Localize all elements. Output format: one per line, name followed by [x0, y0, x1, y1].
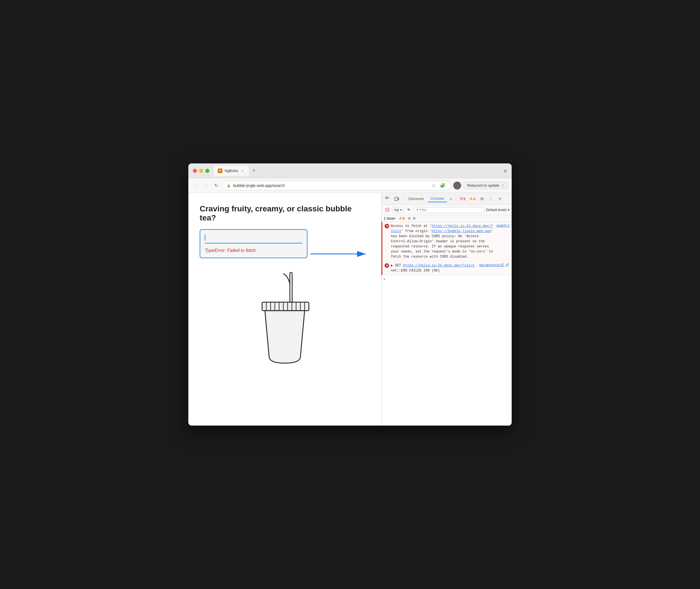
devtools-more-button[interactable]: ⋮	[487, 195, 495, 203]
error-icon-1: ✕	[385, 224, 389, 228]
network-link-icon[interactable]: 🔗	[505, 263, 509, 267]
refresh-button[interactable]: ↻	[212, 182, 220, 190]
browser-window: N NgBoba × + ∨ ← → ↻ 🔒 bubble-jingle.web…	[188, 163, 512, 426]
devtools-toolbar: Elements Console » ✕ 2 ⚠ 8 ⚙ ⋮ ×	[382, 193, 512, 205]
extensions-button[interactable]: 🧩	[439, 182, 447, 190]
default-levels-selector[interactable]: Default levels ▾	[486, 208, 509, 212]
back-button[interactable]: ←	[192, 182, 200, 190]
error-icon-2: ✕	[385, 263, 389, 268]
warning-icon-small: ⚠	[470, 197, 473, 201]
tab-favicon: N	[218, 169, 222, 173]
console-toolbar: 🚫 top ▾ 👁 ▾ Filter Default levels ▾	[382, 205, 512, 215]
log-entry-cors-error: ✕ Access to fetch at 'https://hello-io-2…	[382, 222, 512, 261]
get-error-source[interactable]: tea.service.ts:42	[479, 263, 504, 267]
page-heading: Craving fruity, creamy, or classic bubbl…	[200, 204, 370, 222]
devtools-settings-button[interactable]: ⚙	[478, 195, 486, 203]
console-prompt: ›	[382, 275, 512, 282]
svg-rect-13	[386, 197, 388, 199]
issues-settings-icon[interactable]: ⚙	[408, 216, 411, 220]
window-chevron[interactable]: ∨	[503, 168, 507, 174]
inspect-element-button[interactable]	[384, 195, 392, 203]
content-area: Craving fruity, creamy, or classic bubbl…	[188, 193, 512, 426]
svg-rect-15	[395, 197, 398, 201]
elements-tab[interactable]: Elements	[406, 195, 427, 202]
new-tab-button[interactable]: +	[250, 167, 258, 175]
browser-tab[interactable]: N NgBoba ×	[214, 166, 249, 176]
errors-badge: ✕ 2	[458, 196, 467, 201]
filter-icon: ▾	[417, 208, 418, 212]
clear-console-button[interactable]: 🚫	[384, 207, 391, 213]
cors-error-source[interactable]: search:1	[496, 224, 509, 227]
arrow-annotation	[307, 243, 370, 265]
filter-input[interactable]: ▾ Filter	[414, 207, 484, 213]
close-button[interactable]	[193, 169, 197, 173]
devtools-panel: Elements Console » ✕ 2 ⚠ 8 ⚙ ⋮ × 🚫	[381, 193, 512, 426]
svg-rect-2	[262, 302, 309, 311]
issues-bar: 1 Issue: ⚠ 8 ⚙ ⚙	[382, 215, 512, 222]
user-avatar[interactable]: 👤	[453, 182, 461, 190]
svg-rect-16	[398, 198, 399, 200]
url-text: bubble-jingle.web.app/search	[233, 183, 285, 188]
origin-url-link[interactable]: https://bubble-jingle.web.app	[432, 229, 491, 233]
security-icon: 🔒	[227, 184, 231, 188]
cors-error-text: Access to fetch at 'https://hello-io-24.…	[391, 224, 495, 259]
search-input-area	[205, 234, 302, 243]
forward-button[interactable]: →	[202, 182, 210, 190]
minimize-button[interactable]	[199, 169, 203, 173]
toolbar-separator-2	[456, 196, 456, 202]
warnings-badge: ⚠ 8	[468, 196, 477, 201]
eye-button[interactable]: 👁	[406, 207, 412, 213]
maximize-button[interactable]	[205, 169, 209, 173]
bookmark-button[interactable]: ☆	[430, 182, 438, 190]
get-url-link[interactable]: https://hello-io-24.deno.dev/?lvl=1	[403, 263, 475, 267]
address-field[interactable]: 🔒 bubble-jingle.web.app/search ☆ 🧩	[222, 181, 451, 190]
filter-placeholder: Filter	[420, 208, 427, 212]
default-levels-chevron-icon: ▾	[508, 208, 509, 212]
more-tabs-button[interactable]: »	[448, 195, 454, 202]
tab-title: NgBoba	[225, 169, 238, 173]
prompt-chevron-icon: ›	[384, 276, 385, 281]
log-entry-get-error: ✕ ▶ GET https://hello-io-24.deno.dev/?lv…	[382, 261, 512, 275]
tab-close-button[interactable]: ×	[240, 169, 245, 173]
search-cursor	[205, 234, 205, 241]
address-bar: ← → ↻ 🔒 bubble-jingle.web.app/search ☆ 🧩…	[188, 178, 512, 193]
get-error-text: ▶ GET https://hello-io-24.deno.dev/?lvl=…	[391, 263, 478, 273]
page-content: Craving fruity, creamy, or classic bubbl…	[188, 193, 381, 426]
default-levels-label: Default levels	[486, 208, 507, 212]
relaunch-button[interactable]: Relaunch to update ⋮	[463, 182, 508, 189]
issues-badge[interactable]: ⚠ 8	[397, 216, 406, 220]
context-label: top	[394, 208, 399, 212]
context-chevron-icon: ▾	[400, 208, 402, 212]
issues-gear-icon[interactable]: ⚙	[413, 216, 416, 220]
device-toolbar-button[interactable]	[393, 195, 401, 203]
search-box: TypeError: Failed to fetch	[200, 229, 307, 258]
error-message: TypeError: Failed to fetch	[205, 248, 302, 253]
title-bar: N NgBoba × + ∨	[188, 163, 512, 178]
relaunch-more-icon: ⋮	[501, 183, 505, 188]
context-selector[interactable]: top ▾	[392, 207, 404, 213]
warning-icon: ⚠	[399, 216, 402, 220]
console-tab[interactable]: Console	[428, 195, 447, 202]
devtools-close-button[interactable]: ×	[496, 195, 504, 203]
toolbar-separator	[403, 196, 403, 202]
console-log: ✕ Access to fetch at 'https://hello-io-2…	[382, 222, 512, 426]
traffic-lights	[193, 169, 209, 173]
issues-label: 1 Issue:	[384, 216, 396, 220]
tab-area: N NgBoba × +	[214, 166, 258, 176]
address-actions: ☆ 🧩	[430, 182, 447, 190]
error-icon-small: ✕	[460, 197, 463, 201]
bubble-tea-cup	[200, 269, 370, 369]
